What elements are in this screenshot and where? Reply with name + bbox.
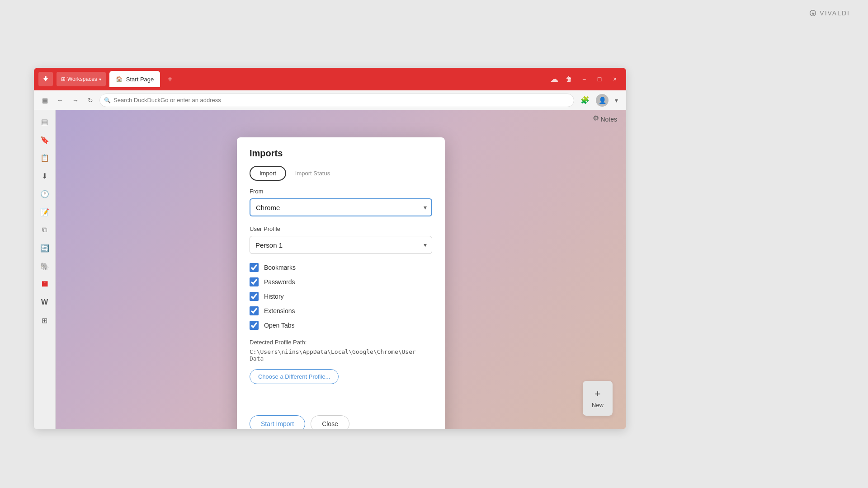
checkbox-bookmarks[interactable]: Bookmarks: [250, 263, 432, 272]
bookmarks-checkbox[interactable]: [250, 263, 259, 272]
detected-path-value: C:\Users\niins\AppData\Local\Google\Chro…: [250, 348, 432, 362]
sidebar-pocket[interactable]: 🅿: [37, 277, 52, 292]
workspaces-icon: ⊞: [61, 76, 66, 82]
checkbox-extensions[interactable]: Extensions: [250, 306, 432, 315]
browser-window: ⊞ Workspaces ▾ 🏠 Start Page + ☁ 🗑 − □ × …: [34, 68, 626, 429]
tab-import-status[interactable]: Import Status: [286, 166, 339, 181]
brand-name: VIVALDI: [820, 9, 850, 17]
checkbox-passwords[interactable]: Passwords: [250, 277, 432, 286]
main-content: Notes ⚙ + New Imports Import Import Stat…: [56, 110, 626, 429]
dialog-divider: [237, 406, 445, 406]
open-tabs-checkbox[interactable]: [250, 321, 259, 330]
workspaces-button[interactable]: ⊞ Workspaces ▾: [57, 72, 106, 86]
nav-bar: ▤ ← → ↻ 🔍 🧩 👤 ▾: [34, 90, 626, 110]
svg-point-0: [45, 76, 47, 78]
extensions-checkbox[interactable]: [250, 306, 259, 315]
choose-profile-button[interactable]: Choose a Different Profile...: [250, 369, 339, 384]
tab-import[interactable]: Import: [250, 166, 286, 181]
sidebar-history[interactable]: 🕐: [37, 186, 52, 202]
modal-overlay: Imports Import Import Status From Chrome…: [56, 110, 626, 429]
sidebar-tab-sessions[interactable]: ⧉: [37, 222, 52, 238]
from-select[interactable]: Chrome Firefox Edge Opera Safari: [250, 198, 432, 216]
search-icon: 🔍: [104, 97, 111, 103]
active-tab[interactable]: 🏠 Start Page: [109, 71, 160, 87]
tab-icon: 🏠: [116, 76, 123, 82]
dropdown-button[interactable]: ▾: [612, 95, 621, 106]
back-button[interactable]: ←: [54, 95, 66, 106]
sidebar-wikipedia[interactable]: W: [37, 295, 52, 310]
dialog-footer: Start Import Close: [237, 415, 445, 429]
user-profile-select[interactable]: Person 1 Default Profile 2: [250, 236, 432, 254]
user-profile-label: User Profile: [250, 225, 432, 232]
imports-dialog: Imports Import Import Status From Chrome…: [237, 137, 445, 429]
start-import-button[interactable]: Start Import: [250, 415, 305, 429]
extensions-label: Extensions: [264, 307, 295, 314]
window-controls: ☁ 🗑 − □ ×: [550, 72, 622, 86]
sidebar-sync[interactable]: 🔄: [37, 240, 52, 256]
detected-path-label: Detected Profile Path:: [250, 339, 432, 346]
address-bar[interactable]: [99, 94, 574, 107]
close-dialog-button[interactable]: Close: [311, 415, 349, 429]
checkbox-open-tabs[interactable]: Open Tabs: [250, 321, 432, 330]
from-select-wrapper: Chrome Firefox Edge Opera Safari ▾: [250, 198, 432, 216]
close-button[interactable]: ×: [608, 72, 622, 86]
passwords-checkbox[interactable]: [250, 277, 259, 286]
sidebar-downloads[interactable]: ⬇: [37, 168, 52, 183]
minimize-button[interactable]: −: [577, 72, 591, 86]
import-options-list: Bookmarks Passwords History Extensi: [250, 263, 432, 330]
dialog-title: Imports: [237, 137, 445, 166]
sidebar-panel-toggle[interactable]: ▤: [37, 114, 52, 129]
dialog-tabs: Import Import Status: [237, 166, 445, 188]
history-label: History: [264, 293, 284, 300]
from-label: From: [250, 188, 432, 195]
sync-icon: ☁: [550, 74, 558, 84]
user-profile-wrapper: Person 1 Default Profile 2 ▾: [250, 236, 432, 254]
vivaldi-branding: VIVALDI: [809, 9, 850, 17]
passwords-label: Passwords: [264, 278, 295, 286]
extensions-button[interactable]: 🧩: [578, 94, 592, 106]
address-bar-wrapper: 🔍: [99, 94, 574, 107]
avatar[interactable]: 👤: [596, 94, 609, 107]
sidebar-bookmarks[interactable]: 🔖: [37, 132, 52, 147]
maximize-button[interactable]: □: [593, 72, 606, 86]
sidebar: ▤ 🔖 📋 ⬇ 🕐 📝 ⧉ 🔄 🐘 🅿 W ⊞: [34, 110, 56, 429]
sidebar-add-panel[interactable]: ⊞: [37, 313, 52, 328]
sidebar-reading-list[interactable]: 📋: [37, 150, 52, 165]
add-tab-button[interactable]: +: [164, 74, 176, 84]
workspaces-chevron: ▾: [99, 77, 101, 82]
bookmarks-label: Bookmarks: [264, 264, 296, 271]
refresh-button[interactable]: ↻: [85, 95, 96, 106]
trash-icon-button[interactable]: 🗑: [562, 72, 576, 86]
forward-button[interactable]: →: [70, 95, 81, 106]
tab-label: Start Page: [126, 76, 154, 83]
panel-toggle-button[interactable]: ▤: [39, 95, 51, 106]
sidebar-mastodon[interactable]: 🐘: [37, 258, 52, 274]
open-tabs-label: Open Tabs: [264, 322, 294, 329]
workspaces-label: Workspaces: [67, 76, 97, 82]
checkbox-history[interactable]: History: [250, 292, 432, 301]
dialog-body: From Chrome Firefox Edge Opera Safari ▾ …: [237, 188, 445, 406]
history-checkbox[interactable]: [250, 292, 259, 301]
title-bar: ⊞ Workspaces ▾ 🏠 Start Page + ☁ 🗑 − □ ×: [34, 68, 626, 90]
sidebar-notes[interactable]: 📝: [37, 204, 52, 220]
vivaldi-menu-button[interactable]: [38, 72, 53, 86]
